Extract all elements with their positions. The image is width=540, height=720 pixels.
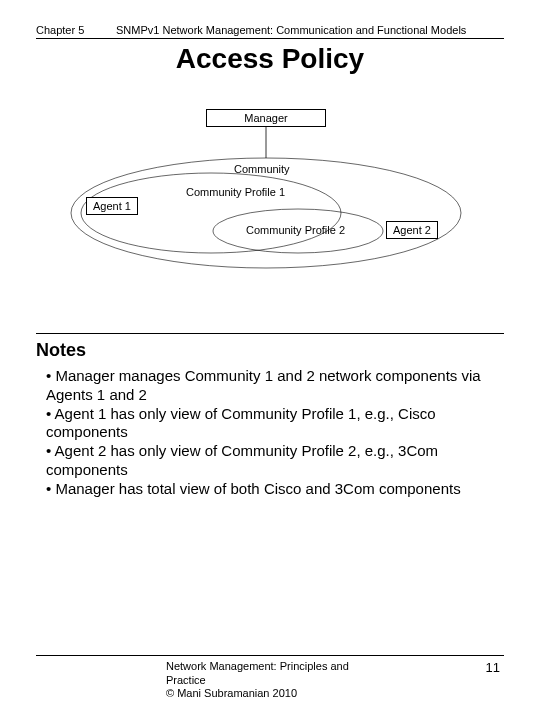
manager-label: Manager [244, 112, 287, 124]
page-number: 11 [486, 660, 500, 675]
agent2-box: Agent 2 [386, 221, 438, 239]
footer-line3: © Mani Subramanian 2010 [166, 687, 349, 700]
note-text: Manager manages Community 1 and 2 networ… [46, 367, 481, 403]
manager-box: Manager [206, 109, 326, 127]
note-bullet: • Agent 2 has only view of Community Pro… [46, 442, 504, 480]
notes-heading: Notes [36, 340, 504, 361]
note-text: Agent 1 has only view of Community Profi… [46, 405, 436, 441]
footer-line2: Practice [166, 674, 349, 687]
footer-text: Network Management: Principles and Pract… [166, 660, 349, 700]
note-bullet: • Agent 1 has only view of Community Pro… [46, 405, 504, 443]
cp1-label: Community Profile 1 [186, 186, 285, 198]
cp2-label: Community Profile 2 [246, 224, 345, 236]
community-label: Community [234, 163, 290, 175]
agent1-box: Agent 1 [86, 197, 138, 215]
diagram: Manager Community Agent 1 Community Prof… [36, 93, 504, 273]
note-bullet: • Manager manages Community 1 and 2 netw… [46, 367, 504, 405]
chapter-subtitle: SNMPv1 Network Management: Communication… [116, 24, 504, 36]
header-row: Chapter 5 SNMPv1 Network Management: Com… [36, 24, 504, 39]
footer: Network Management: Principles and Pract… [36, 655, 504, 700]
note-text: Agent 2 has only view of Community Profi… [46, 442, 438, 478]
notes-body: • Manager manages Community 1 and 2 netw… [36, 367, 504, 498]
note-text: Manager has total view of both Cisco and… [55, 480, 460, 497]
footer-line1: Network Management: Principles and [166, 660, 349, 673]
page-title: Access Policy [36, 43, 504, 75]
agent1-label: Agent 1 [93, 200, 131, 212]
notes-divider [36, 333, 504, 334]
note-bullet: • Manager has total view of both Cisco a… [46, 480, 504, 499]
chapter-label: Chapter 5 [36, 24, 116, 36]
agent2-label: Agent 2 [393, 224, 431, 236]
